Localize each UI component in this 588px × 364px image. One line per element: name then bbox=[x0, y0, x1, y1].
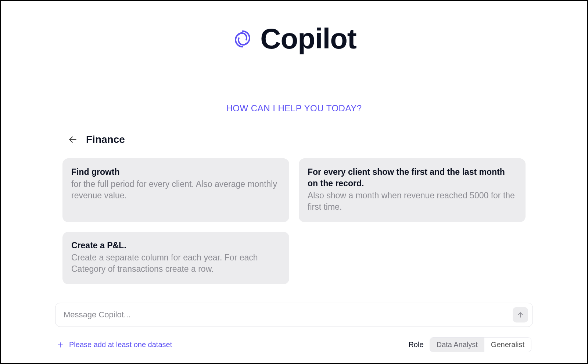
card-title: Find growth bbox=[71, 166, 280, 178]
role-option-data-analyst[interactable]: Data Analyst bbox=[430, 338, 484, 352]
role-segmented-control: Data Analyst Generalist bbox=[430, 337, 531, 352]
app-title: Copilot bbox=[260, 22, 356, 55]
suggestion-card[interactable]: Find growth for the full period for ever… bbox=[62, 158, 289, 222]
copilot-logo-icon bbox=[232, 28, 254, 50]
card-desc: for the full period for every client. Al… bbox=[71, 179, 280, 201]
suggestion-card[interactable]: Create a P&L. Create a separate column f… bbox=[62, 232, 289, 284]
card-desc: Create a separate column for each year. … bbox=[71, 252, 280, 275]
plus-icon bbox=[57, 341, 64, 349]
role-label: Role bbox=[408, 340, 423, 349]
section-title: Finance bbox=[86, 134, 125, 145]
suggestion-card[interactable]: For every client show the first and the … bbox=[299, 158, 526, 222]
card-desc: Also show a month when revenue reached 5… bbox=[308, 190, 517, 213]
arrow-left-icon bbox=[68, 135, 78, 144]
send-button[interactable] bbox=[513, 307, 528, 322]
brand-header: Copilot bbox=[1, 22, 587, 55]
add-dataset-label: Please add at least one dataset bbox=[69, 340, 172, 349]
role-option-generalist[interactable]: Generalist bbox=[484, 338, 531, 352]
card-title: For every client show the first and the … bbox=[308, 166, 517, 189]
suggestion-cards: Find growth for the full period for ever… bbox=[59, 158, 529, 284]
arrow-up-icon bbox=[517, 311, 524, 318]
role-selector: Role Data Analyst Generalist bbox=[408, 337, 531, 352]
tagline: HOW CAN I HELP YOU TODAY? bbox=[1, 103, 587, 113]
message-input[interactable] bbox=[64, 310, 513, 320]
card-title: Create a P&L. bbox=[71, 240, 280, 251]
back-button[interactable] bbox=[68, 134, 78, 145]
message-composer bbox=[55, 303, 533, 327]
add-dataset-button[interactable]: Please add at least one dataset bbox=[57, 340, 172, 349]
